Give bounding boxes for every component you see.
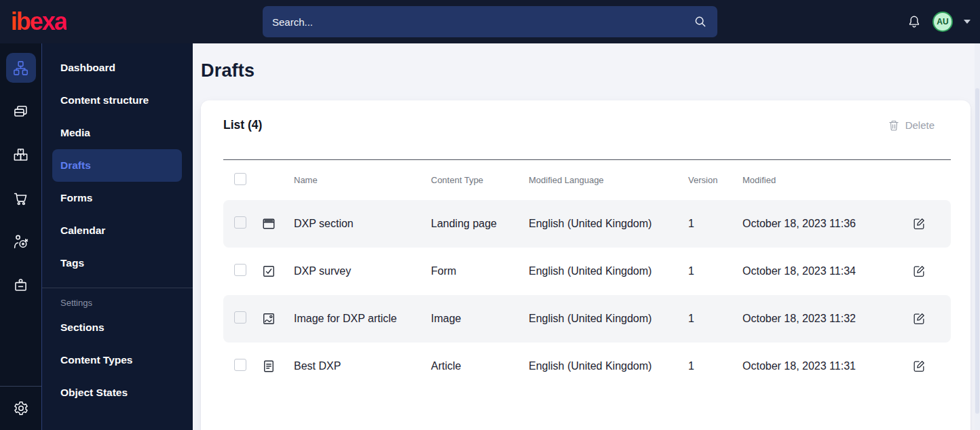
menu-divider: [42, 288, 193, 288]
rail-item-settings[interactable]: [6, 393, 36, 423]
scrollbar-thumb[interactable]: [975, 88, 979, 414]
user-avatar[interactable]: AU: [932, 12, 953, 32]
draft-content-type: Image: [431, 313, 529, 325]
draft-version: 1: [688, 313, 742, 325]
gear-icon: [13, 400, 29, 416]
main-content: Drafts List (4) Delete: [193, 43, 980, 430]
draft-modified: October 18, 2023 11:31: [742, 360, 912, 372]
sidebar-item-calendar[interactable]: Calendar: [52, 214, 182, 247]
sidebar-item-forms[interactable]: Forms: [52, 182, 182, 214]
edit-draft-button[interactable]: [912, 312, 926, 326]
draft-version: 1: [688, 218, 742, 230]
draft-name[interactable]: DXP section: [294, 218, 431, 230]
sidebar-item-sections[interactable]: Sections: [52, 311, 182, 344]
settings-group-label: Settings: [42, 295, 193, 311]
sidebar-menu: Dashboard Content structure Media Drafts…: [42, 43, 193, 430]
pages-icon: [12, 103, 29, 120]
draft-content-type: Form: [431, 265, 529, 277]
topbar-actions: AU: [907, 12, 980, 32]
column-header-name: Name: [294, 175, 431, 185]
icon-rail: [0, 43, 42, 430]
draft-content-type: Landing page: [431, 218, 529, 230]
sidebar-item-dashboard[interactable]: Dashboard: [52, 52, 182, 84]
row-checkbox[interactable]: [234, 216, 246, 229]
sidebar-item-tags[interactable]: Tags: [52, 247, 182, 279]
table-row[interactable]: DXP section Landing page English (United…: [223, 200, 951, 248]
draft-modified: October 18, 2023 11:34: [742, 265, 912, 277]
content-tree-icon: [12, 60, 29, 77]
topbar: ibexa AU: [0, 0, 980, 43]
sidebar-item-object-states[interactable]: Object States: [52, 376, 182, 409]
table-row[interactable]: DXP survey Form English (United Kingdom)…: [223, 248, 951, 295]
image-icon: [261, 311, 294, 326]
rail-item-content[interactable]: [6, 53, 36, 83]
column-header-content-type: Content Type: [431, 175, 529, 185]
drafts-card: List (4) Delete: [201, 100, 970, 430]
table-header-row: Name Content Type Modified Language Vers…: [223, 159, 951, 200]
edit-draft-button[interactable]: [912, 359, 926, 373]
sidebar-item-content-types[interactable]: Content Types: [52, 344, 182, 376]
draft-version: 1: [688, 360, 742, 372]
column-header-modified-language: Modified Language: [529, 175, 688, 185]
search-icon[interactable]: [693, 14, 708, 29]
delete-button-label: Delete: [905, 119, 935, 131]
landing-page-icon: [261, 216, 294, 231]
table-row[interactable]: Image for DXP article Image English (Uni…: [223, 295, 951, 343]
notifications-bell-icon[interactable]: [907, 14, 922, 29]
scrollbar[interactable]: [975, 43, 980, 430]
draft-language: English (United Kingdom): [529, 360, 688, 372]
search-input[interactable]: [272, 16, 693, 28]
personalization-target-icon: [12, 233, 29, 250]
column-header-modified: Modified: [742, 175, 912, 185]
sidebar-item-drafts[interactable]: Drafts: [52, 149, 182, 182]
row-checkbox[interactable]: [234, 264, 246, 276]
list-title: List (4): [223, 118, 262, 132]
drafts-table: Name Content Type Modified Language Vers…: [223, 159, 951, 390]
edit-draft-button[interactable]: [912, 265, 926, 278]
draft-version: 1: [688, 265, 742, 277]
corporate-badge-icon: [12, 277, 29, 294]
shopping-cart-icon: [12, 190, 29, 207]
rail-bottom: [0, 386, 41, 430]
draft-name[interactable]: Best DXP: [294, 360, 431, 372]
ibexa-logo[interactable]: ibexa: [11, 9, 67, 34]
table-row[interactable]: Best DXP Article English (United Kingdom…: [223, 343, 951, 390]
product-boxes-icon: [12, 146, 29, 163]
draft-modified: October 18, 2023 11:32: [742, 313, 912, 325]
draft-content-type: Article: [431, 360, 529, 372]
draft-language: English (United Kingdom): [529, 218, 688, 230]
draft-language: English (United Kingdom): [529, 313, 688, 325]
edit-draft-button[interactable]: [912, 217, 926, 231]
rail-item-corporate[interactable]: [6, 270, 36, 300]
user-menu-chevron-down-icon[interactable]: [964, 20, 970, 24]
draft-name[interactable]: DXP survey: [294, 265, 431, 277]
row-checkbox[interactable]: [234, 359, 246, 371]
column-header-version: Version: [688, 175, 742, 185]
app-body: Dashboard Content structure Media Drafts…: [0, 43, 980, 430]
form-icon: [261, 264, 294, 279]
rail-item-commerce[interactable]: [6, 183, 36, 213]
app-window: ibexa AU: [0, 0, 980, 430]
rail-item-personalization[interactable]: [6, 227, 36, 256]
trash-icon: [888, 119, 900, 132]
sidebar-item-content-structure[interactable]: Content structure: [52, 84, 182, 117]
card-header: List (4) Delete: [223, 118, 951, 132]
article-icon: [261, 359, 294, 374]
delete-button[interactable]: Delete: [888, 119, 935, 132]
global-search[interactable]: [263, 6, 717, 37]
page-title: Drafts: [201, 58, 970, 83]
select-all-checkbox[interactable]: [234, 173, 246, 185]
draft-language: English (United Kingdom): [529, 265, 688, 277]
rail-item-products[interactable]: [6, 140, 36, 170]
rail-item-pages[interactable]: [6, 96, 36, 126]
rail-divider: [0, 386, 41, 387]
row-checkbox[interactable]: [234, 311, 246, 324]
sidebar-item-media[interactable]: Media: [52, 117, 182, 149]
draft-modified: October 18, 2023 11:36: [742, 218, 912, 230]
draft-name[interactable]: Image for DXP article: [294, 313, 431, 325]
